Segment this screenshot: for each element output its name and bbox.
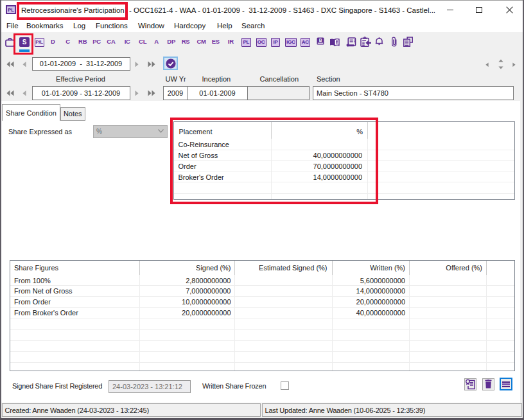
svg-text:B: B [319,38,322,42]
